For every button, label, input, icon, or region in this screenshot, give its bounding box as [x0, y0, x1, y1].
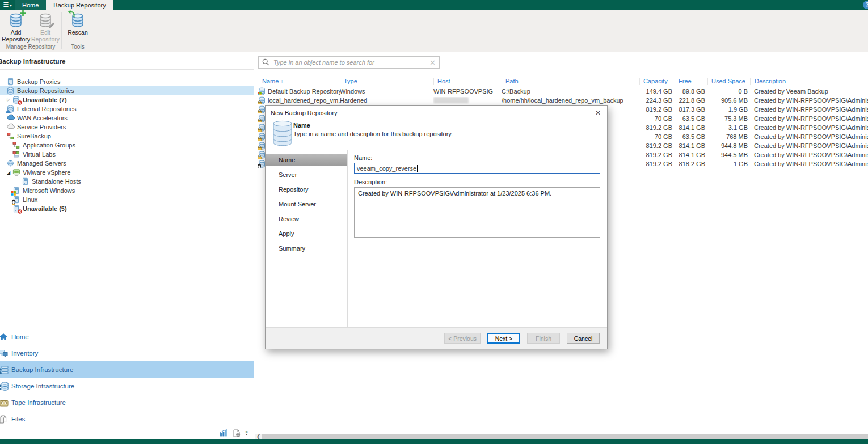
nav-item-files[interactable]: Files: [0, 411, 254, 427]
tree-item-service-providers[interactable]: Service Providers: [0, 122, 254, 132]
table-row[interactable]: Default Backup Repository Windows WIN-RF…: [258, 87, 868, 96]
tree-item-backup-proxies[interactable]: Backup Proxies: [0, 77, 254, 86]
name-label: Name:: [354, 154, 600, 161]
help-icon[interactable]: ?: [863, 1, 868, 9]
close-icon[interactable]: ✕: [595, 109, 601, 116]
column-header-used-space[interactable]: Used Space: [707, 78, 750, 85]
description-field[interactable]: Created by WIN-RFPSOOVPSIG\Administrator…: [354, 187, 600, 238]
cell-path: /home/hh/local_hardened_repo_vm_backup: [502, 97, 639, 104]
column-header-name[interactable]: Name ↑: [258, 78, 340, 85]
column-header-description[interactable]: Description: [750, 78, 868, 85]
table-row[interactable]: local_hardened_repo_vm... Hardened /home…: [258, 96, 868, 105]
sidebar-header: Backup Infrastructure: [0, 53, 254, 70]
add-repository-button[interactable]: AddRepository: [1, 11, 31, 44]
infrastructure-tree: Backup Proxies Backup Repositories ▷Unav…: [0, 70, 254, 213]
horizontal-scrollbar[interactable]: ❮: [255, 434, 868, 439]
tree-item-microsoft-windows[interactable]: Microsoft Windows: [0, 186, 254, 195]
edit-repository-button[interactable]: EditRepository: [31, 11, 60, 44]
virtual-labs-icon: [12, 150, 20, 158]
tree-item-linux[interactable]: Linux: [0, 195, 254, 204]
cell-description: Created by WIN-RFPSOOVPSIG\Administrator…: [750, 124, 868, 131]
expander-expanded-icon[interactable]: ◢: [5, 170, 12, 175]
name-field[interactable]: veeam_copy_reverse: [354, 163, 600, 174]
more-chevron-icon[interactable]: »▾: [246, 430, 248, 436]
text-caret: [417, 165, 418, 172]
nav-item-tape-infrastructure[interactable]: Tape Infrastructure: [0, 394, 254, 411]
wizard-step-review[interactable]: Review: [266, 213, 347, 225]
tree-item-wan-accelerators[interactable]: WAN Accelerators: [0, 113, 254, 122]
tree-item-label: Microsoft Windows: [23, 187, 75, 194]
nav-item-backup-infrastructure[interactable]: Backup Infrastructure: [0, 361, 254, 378]
chart-icon[interactable]: [220, 429, 227, 437]
finish-button[interactable]: Finish: [527, 333, 560, 344]
wizard-step-server[interactable]: Server: [266, 169, 347, 180]
tree-item-application-groups[interactable]: Application Groups: [0, 141, 254, 150]
windows-repo-icon: [258, 87, 266, 95]
tree-item-external-repositories[interactable]: External Repositories: [0, 104, 254, 113]
cancel-button[interactable]: Cancel: [567, 333, 600, 344]
scroll-left-icon[interactable]: ❮: [255, 434, 262, 439]
wizard-step-repository[interactable]: Repository: [266, 184, 347, 195]
cell-used-space: 0 B: [707, 88, 750, 95]
tree-item-standalone-hosts[interactable]: Standalone Hosts: [0, 177, 254, 186]
wizard-step-apply[interactable]: Apply: [266, 228, 347, 239]
nav-item-storage-infrastructure[interactable]: Storage Infrastructure: [0, 378, 254, 394]
tree-item-vmware-vsphere[interactable]: ◢VMware vSphere: [0, 168, 254, 177]
next-button[interactable]: Next >: [487, 333, 520, 344]
cell-description: Created by WIN-RFPSOOVPSIG\Administrator…: [750, 151, 868, 158]
ribbon-group-label: Manage Repository: [0, 44, 61, 52]
column-header-capacity[interactable]: Capacity: [639, 78, 675, 85]
tab-backup-repository[interactable]: Backup Repository: [46, 0, 113, 10]
tree-item-surebackup[interactable]: SureBackup: [0, 132, 254, 141]
tree-item-label: Unavailable (5): [23, 205, 67, 212]
tree-item-unavailable-7[interactable]: ▷Unavailable (7): [0, 95, 254, 104]
report-icon[interactable]: [233, 429, 241, 437]
linux-icon: [12, 196, 20, 204]
wizard-step-mount-server[interactable]: Mount Server: [266, 198, 347, 210]
column-header-path[interactable]: Path: [502, 78, 639, 85]
scrollbar-thumb[interactable]: [262, 434, 868, 439]
backup-proxies-icon: [7, 78, 15, 86]
cell-description: Created by Veeam Backup: [750, 88, 868, 95]
tree-item-unavailable-5[interactable]: Unavailable (5): [0, 204, 254, 213]
main-menu-button[interactable]: ☰▾: [0, 0, 15, 10]
cell-used-space: 75.3 MB: [707, 115, 750, 122]
cell-description: Created by WIN-RFPSOOVPSIG\Administrator…: [750, 142, 868, 149]
wizard-step-summary[interactable]: Summary: [266, 243, 347, 254]
previous-button[interactable]: < Previous: [444, 333, 481, 344]
application-groups-icon: [12, 141, 20, 149]
search-icon: [262, 58, 270, 66]
edit-repository-icon: [39, 12, 52, 29]
nav-item-label: Files: [11, 416, 25, 422]
cell-host: WIN-RFPSOOVPSIG: [433, 88, 502, 95]
column-header-type[interactable]: Type: [340, 78, 433, 85]
nav-item-inventory[interactable]: Inventory: [0, 345, 254, 361]
add-repository-icon: [9, 12, 23, 29]
cell-host: [433, 97, 502, 104]
repository-db-icon: [272, 120, 293, 147]
wizard-step-name[interactable]: Name: [266, 154, 347, 166]
tree-item-managed-servers[interactable]: Managed Servers: [0, 159, 254, 168]
column-header-host[interactable]: Host: [433, 78, 502, 85]
nav-item-home[interactable]: Home: [0, 328, 254, 345]
vmware-vsphere-icon: [12, 168, 20, 176]
tree-item-backup-repositories[interactable]: Backup Repositories: [0, 86, 254, 95]
tree-item-label: Backup Repositories: [17, 87, 74, 94]
chevron-down-icon: ▾: [10, 3, 11, 7]
unavailable-repo-icon: [12, 96, 20, 104]
search-input[interactable]: Type in an object name to search for ✕: [258, 56, 440, 69]
cell-capacity: 819.2 GB: [639, 160, 675, 167]
tree-item-label: Virtual Labs: [23, 151, 56, 158]
rescan-icon: [71, 12, 85, 29]
cell-name: Default Backup Repository: [268, 88, 340, 95]
expander-collapsed-icon[interactable]: ▷: [5, 98, 12, 102]
clear-search-icon[interactable]: ✕: [429, 58, 436, 67]
wan-accelerators-icon: [7, 114, 15, 122]
column-header-free[interactable]: Free: [675, 78, 707, 85]
tab-home[interactable]: Home: [15, 0, 46, 10]
tree-item-label: Managed Servers: [17, 160, 66, 167]
rescan-button[interactable]: Rescan: [63, 11, 92, 44]
sidebar-footer-toolbar: »▾: [0, 427, 254, 439]
tree-item-virtual-labs[interactable]: Virtual Labs: [0, 150, 254, 159]
cell-capacity: 149.4 GB: [639, 88, 675, 95]
